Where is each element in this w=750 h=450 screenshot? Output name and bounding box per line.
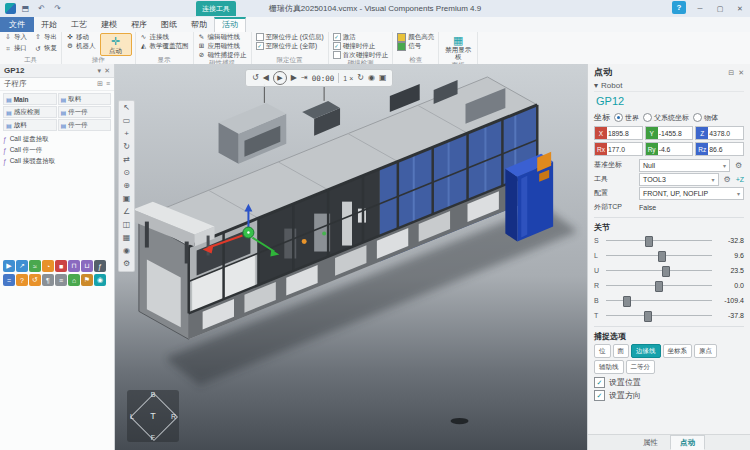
call-icon[interactable]: ƒ (94, 260, 106, 272)
gear-icon[interactable]: ⚙ (733, 161, 744, 170)
gear-icon[interactable]: ⚙ (722, 175, 733, 184)
close-icon[interactable]: ✕ (104, 67, 110, 75)
coordinate-Y[interactable]: Y-1455.8 (645, 126, 694, 140)
add-routine-icon[interactable]: ⊞ (97, 80, 103, 88)
while-icon[interactable]: ↺ (29, 274, 41, 286)
joint-slider-handle[interactable] (662, 266, 670, 277)
joint-slider-handle[interactable] (644, 311, 652, 322)
save-icon[interactable]: ⬒ (19, 2, 32, 15)
field-dropdown[interactable]: FRONT, UP, NOFLIP▾ (639, 187, 744, 200)
loop-icon[interactable]: ↻ (357, 71, 364, 85)
halt-icon[interactable]: ■ (55, 260, 67, 272)
ribbon-tab-开始[interactable]: 开始 (34, 17, 64, 32)
ribbon-tab-程序[interactable]: 程序 (124, 17, 154, 32)
call-statement[interactable]: ƒCall 停一停 (3, 145, 111, 155)
redo-icon[interactable]: ↷ (51, 2, 64, 15)
panel-tab-属性[interactable]: 属性 (633, 435, 668, 450)
home-icon[interactable]: ⌂ (68, 274, 80, 286)
panel-tab-点动[interactable]: 点动 (670, 435, 705, 450)
joint-slider[interactable] (606, 236, 712, 245)
ribbon-button-接口[interactable]: ⌗接口 (3, 45, 28, 53)
settings-icon[interactable]: ⚙ (123, 259, 130, 269)
joint-slider-handle[interactable] (645, 236, 653, 247)
ribbon-tab-文件[interactable]: 文件 (0, 17, 34, 32)
coordinate-X[interactable]: X1895.8 (594, 126, 643, 140)
call-statement[interactable]: ƒCall 提盘拾取 (3, 134, 111, 144)
play-icon[interactable]: ▶ (273, 71, 287, 85)
screenshot-icon[interactable]: ▣ (379, 71, 387, 85)
ribbon-button-恢复[interactable]: ↺恢复 (33, 45, 58, 53)
close-icon[interactable]: ✕ (738, 69, 744, 77)
joint-slider[interactable] (606, 311, 712, 320)
view-cube-right[interactable]: R (171, 413, 176, 420)
ribbon-tab-帮助[interactable]: 帮助 (184, 17, 214, 32)
ribbon-button-教学覆盖范围[interactable]: ◭教学覆盖范围 (139, 42, 190, 50)
fit-view-icon[interactable]: ▣ (123, 194, 131, 204)
ribbon-check-至限位停止 (仅信息)[interactable]: 至限位停止 (仅信息) (255, 33, 325, 41)
grid-icon[interactable]: ▦ (123, 233, 131, 243)
ribbon-check-激活[interactable]: ✓激活 (332, 33, 390, 41)
ribbon-check-至限位停止 (全部)[interactable]: ✓至限位停止 (全部) (255, 42, 325, 50)
subroutine-Main[interactable]: ▤Main (3, 93, 57, 105)
joint-slider-handle[interactable] (658, 251, 666, 262)
rotate-tool-icon[interactable]: ↻ (123, 142, 130, 152)
joint-slider-handle[interactable] (623, 296, 631, 307)
view-cube-back[interactable]: B (151, 391, 156, 398)
reset-icon[interactable]: ↺ (252, 71, 259, 85)
joint-slider[interactable] (606, 266, 712, 275)
view-cube[interactable]: B L T R F (127, 390, 179, 442)
linear-motion-icon[interactable]: ↗ (16, 260, 28, 272)
comment-icon[interactable]: ¶ (42, 274, 54, 286)
path-icon[interactable]: ≈ (29, 260, 41, 272)
section-icon[interactable]: ◫ (123, 220, 131, 230)
step-back-icon[interactable]: ◀ (263, 71, 269, 85)
radio-物体[interactable]: 物体 (693, 113, 718, 123)
area-select-icon[interactable]: ▭ (123, 116, 131, 126)
print-icon[interactable]: ≡ (55, 274, 67, 286)
grasp-icon[interactable]: ⊓ (68, 260, 80, 272)
call-statement[interactable]: ƒCall 接驳盘拾取 (3, 156, 111, 166)
step-forward-icon[interactable]: ▶ (291, 71, 297, 85)
ribbon-button-应用磁性线[interactable]: ⊞应用磁性线 (197, 42, 248, 50)
record-icon[interactable]: ◉ (368, 71, 375, 85)
ribbon-button-信号[interactable]: 信号 (396, 42, 435, 50)
minimize-button[interactable]: ─ (690, 1, 710, 17)
joint-slider[interactable] (606, 296, 712, 305)
ribbon-tab-图纸[interactable]: 图纸 (154, 17, 184, 32)
orbit-icon[interactable]: ⊙ (123, 168, 130, 178)
ribbon-button-机器人[interactable]: ⚙机器人 (65, 42, 97, 50)
maximize-button[interactable]: ▢ (710, 1, 730, 17)
measure-icon[interactable]: ∠ (123, 207, 130, 217)
zoom-icon[interactable]: ⊕ (123, 181, 130, 191)
radio-父系统坐标[interactable]: 父系统坐标 (643, 113, 689, 123)
subroutine-停一停[interactable]: ▤停一停 (58, 106, 112, 118)
undo-icon[interactable]: ↶ (35, 2, 48, 15)
pan-icon[interactable]: ⇄ (123, 155, 130, 165)
help-icon[interactable]: ? (672, 1, 686, 14)
ribbon-button-颜色高亮[interactable]: 颜色高亮 (396, 33, 435, 41)
ribbon-button-连接线[interactable]: ∿连接线 (139, 33, 190, 41)
skip-end-icon[interactable]: ⇥ (301, 71, 308, 85)
view-cube-front[interactable]: F (151, 434, 155, 441)
snap-button-原点[interactable]: 原点 (694, 344, 717, 358)
ribbon-check-碰撞时停止[interactable]: ✓碰撞时停止 (332, 42, 390, 50)
collapse-icon[interactable]: ▾ (98, 67, 102, 75)
snap-button-坐标系[interactable]: 坐标系 (663, 344, 693, 358)
snap-button-二等分[interactable]: 二等分 (626, 360, 656, 374)
snap-button-辅助线[interactable]: 辅助线 (594, 360, 624, 374)
playback-speed[interactable]: 1 × (343, 75, 353, 82)
ribbon-button-点动[interactable]: ✛点动 (100, 33, 132, 56)
camera-icon[interactable]: ◉ (123, 246, 130, 256)
wait-signal-icon[interactable]: ◉ (94, 274, 106, 286)
view-cube-top[interactable]: T (150, 411, 156, 421)
check-设置方向[interactable]: ✓设置方向 (594, 389, 744, 402)
set-variable-icon[interactable]: = (3, 274, 15, 286)
coordinate-Rz[interactable]: Rz86.6 (695, 142, 744, 156)
routine-menu-icon[interactable]: ≡ (106, 80, 110, 88)
ribbon-check-首次碰撞时停止[interactable]: 首次碰撞时停止 (332, 51, 390, 59)
ribbon-button-导出[interactable]: ⇧导出 (33, 33, 58, 41)
pin-icon[interactable]: ⊟ (728, 69, 734, 77)
ribbon-button-导入[interactable]: ⇩导入 (3, 33, 28, 41)
field-dropdown[interactable]: Null▾ (639, 159, 730, 172)
coordinate-Z[interactable]: Z4378.0 (695, 126, 744, 140)
